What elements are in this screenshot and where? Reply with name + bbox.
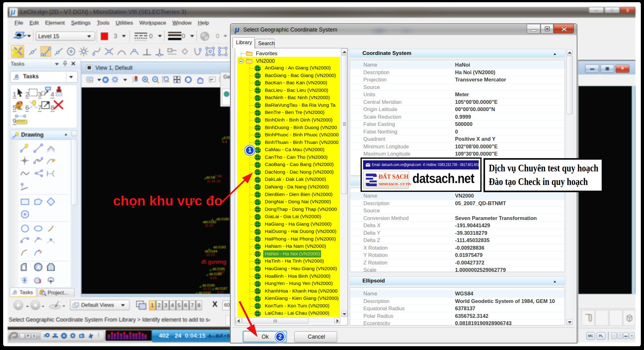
svg-text:2: 2 [40,250,42,254]
svg-text:*: * [21,277,22,281]
svg-text:R: R [63,334,65,338]
svg-text:3: 3 [39,279,41,284]
